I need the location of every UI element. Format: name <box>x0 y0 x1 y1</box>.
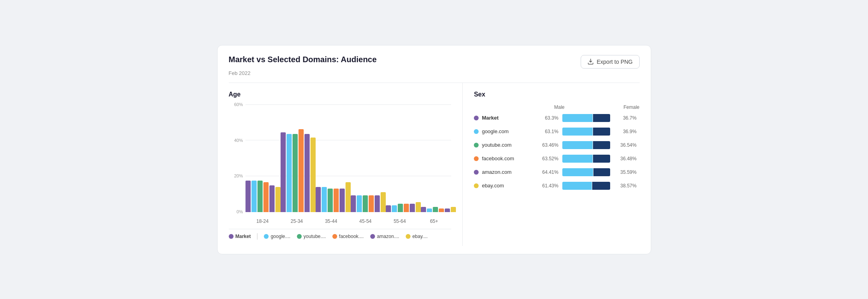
sex-female-pct-5: 38.57% <box>614 183 636 189</box>
sex-bar-wrap-3 <box>562 155 610 163</box>
sex-domain-info-1: google.com <box>474 128 538 134</box>
bar-group-45-54 <box>351 192 386 212</box>
sex-domain-info-4: amazon.com <box>474 169 538 175</box>
card-subtitle: Feb 2022 <box>229 70 640 76</box>
sex-panel: Sex Male Female Market63.3%36.7%google.c… <box>463 83 639 246</box>
sex-female-pct-4: 35.59% <box>614 169 636 175</box>
x-label-45-54: 45-54 <box>348 218 383 224</box>
sex-bar-wrap-5 <box>562 182 610 190</box>
sex-male-bar-5 <box>562 182 591 190</box>
sex-female-bar-2 <box>593 141 611 149</box>
legend-dot-1 <box>264 234 269 239</box>
card-title: Market vs Selected Domains: Audience <box>229 55 377 64</box>
bar-group-25-34 <box>281 129 316 212</box>
bar-0-1 <box>251 181 257 212</box>
bar-5-4 <box>445 209 450 212</box>
bar-1-0 <box>281 132 286 212</box>
bar-4-5 <box>416 202 421 212</box>
sex-dot-1 <box>474 129 479 134</box>
bar-group-35-44 <box>316 182 351 212</box>
legend-dot-3 <box>332 234 337 239</box>
sex-domain-name-2: youtube.com <box>482 142 511 148</box>
sex-female-bar-1 <box>593 128 611 136</box>
sex-dot-4 <box>474 170 479 175</box>
sex-male-pct-4: 64.41% <box>538 169 558 175</box>
legend-label-3: facebook.... <box>339 234 364 239</box>
legend-item-facebook....: facebook.... <box>332 234 364 239</box>
sex-female-bar-4 <box>593 168 611 176</box>
panels-container: Age 60%40%20%0%18-2425-3435-4445-5455-64… <box>229 83 640 246</box>
sex-male-pct-2: 63.46% <box>538 142 558 148</box>
export-button[interactable]: Export to PNG <box>581 55 639 69</box>
sex-female-bar-3 <box>593 155 611 163</box>
sex-male-bar-1 <box>562 128 592 136</box>
bar-3-4 <box>375 195 380 212</box>
bar-3-2 <box>363 195 368 212</box>
bar-group-18-24 <box>245 181 281 212</box>
age-chart: 60%40%20%0%18-2425-3435-4445-5455-6465+ <box>229 104 452 224</box>
sex-bar-wrap-0 <box>562 114 610 122</box>
legend-dot-5 <box>406 234 410 239</box>
sex-female-pct-2: 36.54% <box>614 142 636 148</box>
legend-label-2: youtube.... <box>304 234 326 239</box>
sex-domain-name-4: amazon.com <box>482 169 511 175</box>
bar-group-65+ <box>421 207 456 212</box>
sex-female-bar-5 <box>592 182 611 190</box>
bar-0-3 <box>263 182 269 212</box>
bar-1-5 <box>310 138 316 212</box>
legend-separator <box>257 233 257 240</box>
sex-rows: Market63.3%36.7%google.com63.1%36.9%yout… <box>474 114 639 190</box>
sex-row-2: youtube.com63.46%36.54% <box>474 141 639 149</box>
legend-item-google....: google.... <box>264 234 290 239</box>
sex-domain-info-0: Market <box>474 115 538 121</box>
bar-group-55-64 <box>386 202 421 212</box>
sex-male-bar-2 <box>562 141 592 149</box>
age-panel: Age 60%40%20%0%18-2425-3435-4445-5455-64… <box>229 83 463 246</box>
sex-row-4: amazon.com64.41%35.59% <box>474 168 639 176</box>
legend-dot-2 <box>297 234 302 239</box>
sex-domain-name-1: google.com <box>482 128 509 134</box>
legend-label-1: google.... <box>271 234 290 239</box>
sex-dot-5 <box>474 183 479 188</box>
bar-1-1 <box>287 134 292 212</box>
sex-male-bar-4 <box>562 168 593 176</box>
bar-4-4 <box>410 204 415 212</box>
sex-dot-0 <box>474 116 479 120</box>
bar-5-3 <box>439 209 444 212</box>
legend-item-ebay....: ebay.... <box>406 234 428 239</box>
x-label-55-64: 55-64 <box>383 218 417 224</box>
bar-3-0 <box>351 195 356 212</box>
bar-2-3 <box>334 189 339 212</box>
export-icon <box>587 59 594 65</box>
bar-1-2 <box>293 134 298 212</box>
bar-5-2 <box>433 207 438 212</box>
sex-row-1: google.com63.1%36.9% <box>474 128 639 136</box>
sex-row-3: facebook.com63.52%36.48% <box>474 155 639 163</box>
legend-item-youtube....: youtube.... <box>297 234 326 239</box>
sex-domain-info-5: ebay.com <box>474 183 538 189</box>
bar-2-5 <box>346 182 351 212</box>
sex-male-bar-0 <box>562 114 592 122</box>
bar-1-4 <box>304 134 310 212</box>
bar-2-1 <box>322 187 327 212</box>
bar-0-2 <box>257 181 263 212</box>
bar-5-0 <box>421 207 426 212</box>
legend-label-4: amazon.... <box>377 234 399 239</box>
sex-panel-title: Sex <box>474 91 639 98</box>
female-col-label: Female <box>621 104 640 110</box>
sex-row-0: Market63.3%36.7% <box>474 114 639 122</box>
bar-2-2 <box>328 189 333 212</box>
legend-item-Market: Market <box>229 234 251 239</box>
sex-male-pct-3: 63.52% <box>538 156 558 161</box>
age-legend: Marketgoogle....youtube....facebook....a… <box>229 229 452 240</box>
bar-3-5 <box>381 192 386 212</box>
bar-2-4 <box>340 189 345 212</box>
bar-3-3 <box>369 195 374 212</box>
sex-dot-3 <box>474 156 479 161</box>
sex-female-pct-0: 36.7% <box>614 115 636 121</box>
bar-4-3 <box>404 204 409 212</box>
sex-bar-wrap-4 <box>562 168 610 176</box>
sex-female-bar-0 <box>593 114 611 122</box>
bar-0-4 <box>269 185 275 212</box>
bar-3-1 <box>357 195 362 212</box>
